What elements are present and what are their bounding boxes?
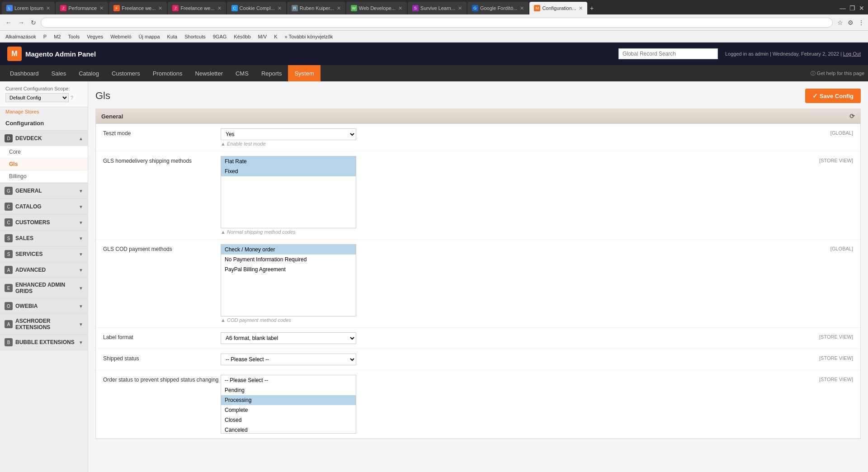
order-status-multiselect[interactable]: -- Please Select -- Pending Processing C… <box>221 375 356 434</box>
sidebar-section-advanced-header[interactable]: A ADVANCED ▼ <box>0 262 88 278</box>
order-status-processing[interactable]: Processing <box>221 395 356 405</box>
sidebar-item-core[interactable]: Core <box>0 146 88 158</box>
bookmark-m2[interactable]: M2 <box>52 33 62 40</box>
config-section-toggle[interactable]: ⟳ <box>849 113 855 120</box>
reload-button[interactable]: ↻ <box>29 18 38 27</box>
sidebar-section-enhanced-header[interactable]: E ENHANCED ADMIN GRIDS ▼ <box>0 278 88 298</box>
multiselect-item-flat-rate[interactable]: Flat Rate <box>221 156 356 166</box>
sidebar-item-gls[interactable]: Gls <box>0 158 88 170</box>
sidebar-section-general-header[interactable]: G GENERAL ▼ <box>0 183 88 198</box>
config-scope-help-icon[interactable]: ? <box>71 95 73 100</box>
bookmark-shortcuts[interactable]: Shortcuts <box>183 33 207 40</box>
label-format-control: A6 format, blank label <box>221 332 812 344</box>
gls-shipping-label: GLS homedelivery shipping methods <box>103 156 221 164</box>
address-bar[interactable]: magento-1-9-5.localhost/index.php/admin/… <box>41 18 833 28</box>
order-status-closed[interactable]: Closed <box>221 415 356 425</box>
manage-stores-link[interactable]: Manage Stores <box>0 107 88 116</box>
bookmark-more[interactable]: » További könyvjelzők <box>283 33 335 40</box>
bookmark-new-folder[interactable]: Új mappa <box>137 33 162 40</box>
multiselect-item-no-payment[interactable]: No Payment Information Required <box>221 255 356 264</box>
tab-performance[interactable]: Z Performance ✕ <box>56 2 108 14</box>
bubble-label: BUBBLE EXTENSIONS <box>15 339 79 345</box>
sidebar-section-advanced: A ADVANCED ▼ <box>0 262 88 278</box>
tab-close-icon[interactable]: ✕ <box>278 5 282 11</box>
nav-cms[interactable]: CMS <box>229 65 255 81</box>
minimize-button[interactable]: — <box>840 5 846 12</box>
save-config-button[interactable]: ✓ Save Config <box>805 89 861 103</box>
back-button[interactable]: ← <box>4 18 14 27</box>
bookmark-vegyes[interactable]: Vegyes <box>85 33 105 40</box>
sidebar-section-catalog-header[interactable]: C CATALOG ▼ <box>0 199 88 214</box>
nav-catalog[interactable]: Catalog <box>72 65 105 81</box>
sidebar-section-aschroder-header[interactable]: A ASCHRODER EXTENSIONS ▼ <box>0 314 88 334</box>
gls-cod-multiselect[interactable]: Check / Money order No Payment Informati… <box>221 244 356 316</box>
sidebar-section-devdeck-header[interactable]: D DEVDECK ▲ <box>0 131 88 146</box>
nav-system[interactable]: System <box>288 65 320 81</box>
restore-button[interactable]: ❐ <box>849 5 855 12</box>
bookmark-kesobb[interactable]: Később <box>232 33 252 40</box>
devdeck-icon: D <box>5 134 13 142</box>
order-status-label: Order status to prevent shipped status c… <box>103 375 221 383</box>
sidebar-section-bubble-header[interactable]: B BUBBLE EXTENSIONS ▼ <box>0 335 88 350</box>
bookmark-k[interactable]: K <box>272 33 279 40</box>
nav-newsletter[interactable]: Newsletter <box>189 65 229 81</box>
shipped-status-select[interactable]: -- Please Select -- Pending Processing C… <box>221 354 356 365</box>
tab-ruben[interactable]: R Ruben Kuiper... ✕ <box>287 2 345 14</box>
multiselect-item-check-money[interactable]: Check / Money order <box>221 245 356 255</box>
config-scope-select[interactable]: Default Config <box>5 93 69 102</box>
tab-lorem-ipsum[interactable]: L Lorem Ipsum ✕ <box>2 2 55 14</box>
tab-webdev[interactable]: W Web Develope... ✕ <box>346 2 407 14</box>
nav-dashboard[interactable]: Dashboard <box>4 65 45 81</box>
bookmark-p[interactable]: P <box>42 33 48 40</box>
tab-google[interactable]: G Google Fordító... ✕ <box>467 2 529 14</box>
bookmark-mv[interactable]: M/V <box>256 33 269 40</box>
logout-link[interactable]: Log Out <box>843 51 861 57</box>
nav-sales[interactable]: Sales <box>45 65 73 81</box>
tab-configuration[interactable]: M Configuration... ✕ <box>529 2 587 14</box>
tab-cookie[interactable]: C Cookie Compl... ✕ <box>227 2 286 14</box>
tab-freelance1[interactable]: F Freelance we... ✕ <box>109 2 167 14</box>
teszt-mode-select[interactable]: Yes No <box>221 128 356 140</box>
nav-customers[interactable]: Customers <box>105 65 146 81</box>
tab-freelance2[interactable]: Z Freelance we... ✕ <box>168 2 226 14</box>
gls-shipping-multiselect[interactable]: Flat Rate Fixed <box>221 156 356 228</box>
tab-close-icon[interactable]: ✕ <box>217 5 222 11</box>
sidebar-section-services-header[interactable]: S SERVICES ▼ <box>0 246 88 262</box>
form-row-gls-shipping: GLS homedelivery shipping methods Flat R… <box>96 151 860 240</box>
order-status-please-select[interactable]: -- Please Select -- <box>221 375 356 385</box>
bookmark-webmelo[interactable]: Webmeló <box>108 33 133 40</box>
tab-close-icon[interactable]: ✕ <box>579 5 583 11</box>
bookmark-alkalmazasok[interactable]: Alkalmazások <box>4 33 38 40</box>
menu-icon[interactable]: ⋮ <box>858 19 864 26</box>
tab-close-icon[interactable]: ✕ <box>46 5 50 11</box>
bookmark-kuta[interactable]: Kuta <box>165 33 179 40</box>
sidebar-section-owebia-header[interactable]: O OWEBIA ▼ <box>0 298 88 314</box>
nav-promotions[interactable]: Promotions <box>146 65 189 81</box>
tab-close-icon[interactable]: ✕ <box>398 5 402 11</box>
label-format-select[interactable]: A6 format, blank label <box>221 332 356 344</box>
multiselect-item-paypal[interactable]: PayPal Billing Agreement <box>221 264 356 274</box>
forward-button[interactable]: → <box>16 18 26 27</box>
sidebar-section-customers-header[interactable]: C CUSTOMERS ▼ <box>0 215 88 230</box>
tab-survive[interactable]: S Survive Learn... ✕ <box>408 2 467 14</box>
order-status-complete[interactable]: Complete <box>221 405 356 415</box>
sidebar-section-sales-header[interactable]: S SALES ▼ <box>0 231 88 246</box>
tab-close-icon[interactable]: ✕ <box>520 5 524 11</box>
bookmark-tools[interactable]: Tools <box>66 33 81 40</box>
nav-help[interactable]: ⓘ Get help for this page <box>811 70 864 77</box>
order-status-canceled[interactable]: Canceled <box>221 425 356 434</box>
bookmark-icon[interactable]: ☆ <box>837 19 843 26</box>
tab-close-icon[interactable]: ✕ <box>158 5 162 11</box>
tab-close-icon[interactable]: ✕ <box>337 5 341 11</box>
tab-close-icon[interactable]: ✕ <box>99 5 104 11</box>
extensions-icon[interactable]: ⚙ <box>848 19 854 26</box>
order-status-pending[interactable]: Pending <box>221 385 356 395</box>
nav-reports[interactable]: Reports <box>255 65 288 81</box>
sidebar-item-billingo[interactable]: Billingo <box>0 170 88 183</box>
new-tab-button[interactable]: + <box>590 5 594 12</box>
multiselect-item-fixed[interactable]: Fixed <box>221 166 356 176</box>
tab-close-icon[interactable]: ✕ <box>458 5 462 11</box>
close-button[interactable]: ✕ <box>859 5 864 12</box>
global-search-input[interactable] <box>618 48 718 59</box>
bookmark-9gag[interactable]: 9GAG <box>211 33 229 40</box>
